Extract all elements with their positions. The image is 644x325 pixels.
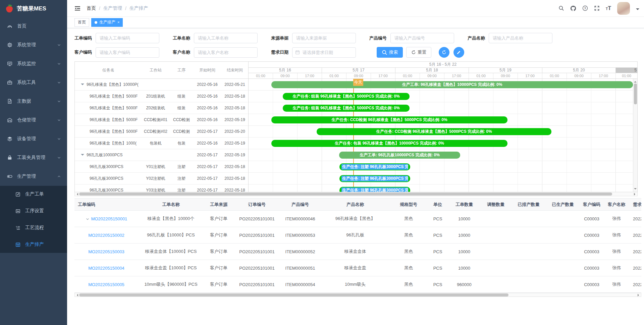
gantt-hscroll-thumb[interactable]	[79, 193, 612, 196]
work-order-link[interactable]: MO202205150005	[88, 282, 124, 287]
table-cell-adj_qty	[480, 227, 512, 243]
gantt-task-bar[interactable]: 生产任务: 组装 96孔移液盒【黑色】5000PCS 完成比例: 0%	[283, 105, 410, 112]
tab-home[interactable]: 首页	[74, 18, 89, 27]
sidebar-item-system-tools[interactable]: 系统工具	[0, 73, 67, 92]
search-icon[interactable]	[558, 5, 564, 11]
demand-date-input[interactable]	[292, 47, 356, 58]
gantt-task-name-text: 96孔孔板3000PCS	[90, 164, 123, 170]
table-column-header: 需求日期	[630, 199, 641, 211]
gantt-task-row[interactable]: 96孔移液盒【黑色】5000FZ01组装机组装2022-05-162022-05…	[75, 91, 248, 102]
github-icon[interactable]	[570, 5, 576, 11]
gantt-task-name-text: 96孔移液盒【黑色】5000F	[90, 94, 138, 99]
gantt-task-row[interactable]: 96孔孔板10000PCS2022-05-172022-05-19	[75, 149, 248, 161]
reset-button[interactable]: 重置	[406, 47, 431, 58]
gantt-task-bar[interactable]: 生产任务: 组装 96孔移液盒【黑色】5000PCS 完成比例: 0%	[283, 93, 410, 100]
gantt-task-bar[interactable]: 生产任务: 注塑 96孔孔板3000PCS 完成	[339, 163, 410, 170]
sidebar-item-warehouse-mgmt[interactable]: 仓储管理	[0, 111, 67, 129]
tab-production-scheduling[interactable]: 生产排产×	[91, 18, 123, 27]
gantt-task-row[interactable]: 96孔移液盒【黑色】10000P(2022-05-162022-05-21	[75, 79, 248, 91]
gantt-task-bar[interactable]: 生产任务: CCD检测 96孔移液盒【黑色】5000PCS 完成比例: 0%	[271, 116, 507, 123]
work-order-link[interactable]: MO202205150002	[88, 233, 124, 238]
user-menu-caret-icon[interactable]	[636, 8, 639, 12]
filter-input[interactable]	[96, 33, 159, 43]
search-button[interactable]: 搜索	[377, 47, 403, 58]
work-order-link[interactable]: MO202205150004	[88, 266, 124, 271]
gantt-hour-header: 17:00	[518, 73, 542, 78]
gantt-horizontal-scrollbar[interactable]	[74, 192, 638, 196]
gantt-task-row[interactable]: 96孔移液盒【黑色】5000FCCD检测#02CCD检测2022-05-1720…	[75, 126, 248, 138]
table-cell-cust_code: C00003	[580, 276, 603, 293]
gantt-vscroll-thumb[interactable]	[634, 84, 637, 104]
expand-caret-icon[interactable]	[81, 154, 84, 157]
sidebar-item-process-flow[interactable]: 工艺流程	[0, 219, 67, 236]
sidebar-fold-icon[interactable]	[74, 5, 80, 11]
filter-input[interactable]	[390, 33, 454, 43]
sidebar-item-work-order[interactable]: 生产工单	[0, 186, 67, 203]
gantt-order-bar[interactable]: 生产工单: 96孔移液盒【黑色】10000PCS 完成比例: 0%	[271, 81, 633, 88]
work-order-link[interactable]: MO202205150003	[88, 249, 124, 254]
app-logo[interactable]: 苦糖果MES	[0, 0, 67, 17]
scroll-right-arrow-icon[interactable]	[638, 294, 640, 296]
breadcrumb-separator: /	[99, 6, 100, 11]
sidebar-item-production-scheduling[interactable]: 生产排产	[0, 236, 67, 253]
filter-input[interactable]	[489, 33, 552, 43]
gantt-task-row[interactable]: 96孔孔板3000PCSY02注塑机注塑2022-05-172022-05-18	[75, 173, 248, 184]
gantt-order-bar[interactable]: 生产工单: 96孔孔板10000PCS 完成比例: 0%	[339, 152, 460, 159]
dashboard-icon	[7, 23, 13, 29]
scroll-left-arrow-icon[interactable]	[75, 193, 78, 196]
fullscreen-icon[interactable]	[594, 5, 600, 11]
help-icon[interactable]: ?	[582, 5, 588, 11]
filter-input[interactable]	[194, 33, 258, 43]
expand-caret-icon[interactable]	[81, 84, 84, 87]
tab-close-icon[interactable]: ×	[117, 20, 119, 24]
gantt-task-bar[interactable]: 生产任务: CCD检测 96孔移液盒【黑色】5000PCS 完成比例: 0%	[317, 128, 551, 135]
breadcrumb-item[interactable]: 首页	[87, 5, 96, 11]
gantt-task-bar[interactable]: 生产任务: 包装 96孔移液盒【黑色】10000PCS 完成比例: 0%	[271, 140, 507, 147]
table-hscroll-thumb[interactable]	[79, 293, 508, 296]
table-cell-product_name: 移液盒盒体	[320, 243, 390, 260]
sidebar-item-equipment-mgmt[interactable]: 设备管理	[0, 129, 67, 148]
table-cell-name: 移液盒【黑色】10000个	[138, 211, 204, 227]
gantt-task-row[interactable]: 96孔移液盒【黑色】1000(包装机包装2022-05-162022-05-19	[75, 138, 248, 149]
refresh-gantt-button[interactable]	[439, 47, 449, 58]
table-horizontal-scrollbar[interactable]	[74, 293, 641, 297]
table-cell-prod_qty	[546, 243, 580, 260]
filter-input[interactable]	[194, 47, 258, 58]
gantt-task-name: 96孔移液盒【黑色】5000F	[75, 94, 142, 99]
scroll-left-arrow-icon[interactable]	[75, 294, 78, 296]
sidebar-item-system-mgmt[interactable]: 系统管理	[0, 36, 67, 54]
sidebar-item-fixture-mgmt[interactable]: 工装夹具管理	[0, 148, 67, 167]
scroll-down-arrow-icon[interactable]	[634, 188, 637, 191]
breadcrumb-item[interactable]: 生产管理	[103, 5, 122, 11]
filter-field: 产品编号	[369, 33, 468, 43]
edit-schedule-button[interactable]	[453, 47, 464, 58]
scroll-up-arrow-icon[interactable]	[634, 80, 637, 83]
filter-input[interactable]	[96, 47, 159, 58]
calendar-icon	[295, 50, 300, 55]
sidebar-item-home[interactable]: 首页	[0, 17, 67, 36]
gantt-task-bar[interactable]: 生产任务: 注塑 96孔孔板3000PCS 完成	[339, 187, 410, 192]
breadcrumb-separator: /	[125, 6, 126, 11]
gantt-task-row[interactable]: 96孔孔板3000PCSY01注塑机注塑2022-05-172022-05-18	[75, 161, 248, 173]
table-column-header: 工单编码	[74, 199, 138, 211]
gantt-task-name-text: 96孔孔板3000PCS	[90, 187, 123, 192]
sidebar-item-system-monitor[interactable]: 系统监控	[0, 54, 67, 73]
filter-input[interactable]	[292, 33, 356, 43]
work-order-link[interactable]: MO202205150001	[91, 216, 127, 221]
gantt-task-row[interactable]: 96孔孔板3000PCSY03注塑机注塑2022-05-172022-05-18	[75, 184, 248, 192]
row-expand-icon[interactable]	[86, 217, 90, 221]
font-size-icon[interactable]: TT	[606, 6, 611, 11]
gantt-task-row[interactable]: 96孔移液盒【黑色】5000FZ02组装机组装2022-05-162022-05…	[75, 102, 248, 114]
gantt-task-bar[interactable]: 生产任务: 注塑 96孔孔板3000PCS 完成	[339, 175, 410, 182]
sidebar-item-production-mgmt[interactable]: 生产管理	[0, 167, 67, 186]
table-cell-cust_name: 张伟	[603, 211, 630, 227]
sidebar-item-label: 首页	[17, 23, 26, 29]
sidebar-item-master-data[interactable]: 主数据	[0, 92, 67, 111]
gantt-task-row[interactable]: 96孔移液盒【黑色】5000FCCD检测#01CCD检测2022-05-1620…	[75, 114, 248, 126]
sidebar-item-process-setup[interactable]: 工序设置	[0, 203, 67, 219]
user-avatar[interactable]	[617, 2, 630, 15]
gantt-task-station: 包装机	[142, 141, 169, 146]
gantt-vertical-scrollbar[interactable]	[633, 79, 637, 192]
scroll-right-arrow-icon[interactable]	[634, 193, 637, 196]
table-cell-prod_qty	[546, 276, 580, 293]
